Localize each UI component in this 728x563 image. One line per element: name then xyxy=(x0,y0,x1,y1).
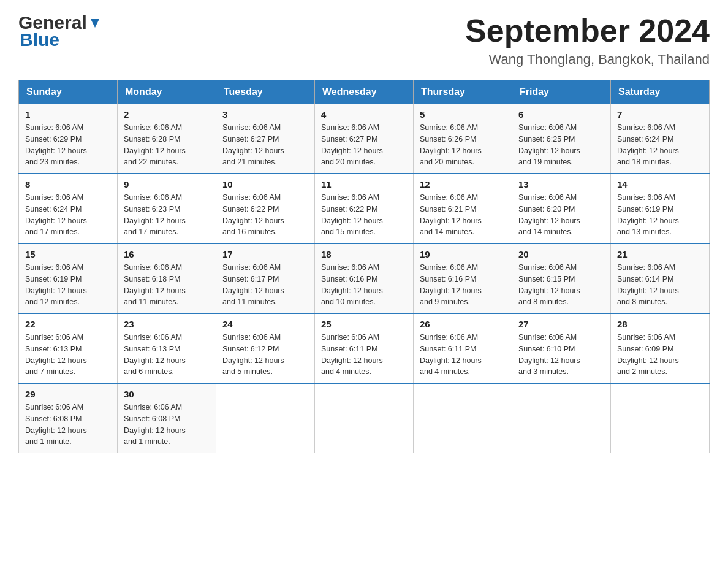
day-info: Sunrise: 6:06 AMSunset: 6:19 PMDaylight:… xyxy=(25,262,111,308)
table-cell: 10Sunrise: 6:06 AMSunset: 6:22 PMDayligh… xyxy=(216,174,315,243)
table-cell: 27Sunrise: 6:06 AMSunset: 6:10 PMDayligh… xyxy=(512,313,611,383)
day-info: Sunrise: 6:06 AMSunset: 6:22 PMDaylight:… xyxy=(321,192,407,238)
day-number: 1 xyxy=(25,109,111,120)
day-number: 15 xyxy=(25,249,111,259)
day-number: 21 xyxy=(617,249,703,259)
col-wednesday: Wednesday xyxy=(315,80,414,104)
table-cell: 7Sunrise: 6:06 AMSunset: 6:24 PMDaylight… xyxy=(611,104,710,174)
day-number: 19 xyxy=(420,249,506,259)
col-tuesday: Tuesday xyxy=(216,80,315,104)
svg-marker-0 xyxy=(91,19,99,28)
day-info: Sunrise: 6:06 AMSunset: 6:20 PMDaylight:… xyxy=(518,192,604,238)
table-cell xyxy=(216,383,315,453)
col-thursday: Thursday xyxy=(414,80,512,104)
table-cell: 16Sunrise: 6:06 AMSunset: 6:18 PMDayligh… xyxy=(118,243,216,313)
day-number: 7 xyxy=(617,109,703,120)
table-cell: 12Sunrise: 6:06 AMSunset: 6:21 PMDayligh… xyxy=(414,174,512,243)
calendar-week-5: 29Sunrise: 6:06 AMSunset: 6:08 PMDayligh… xyxy=(19,383,710,453)
day-number: 18 xyxy=(321,249,407,259)
table-cell xyxy=(611,383,710,453)
day-info: Sunrise: 6:06 AMSunset: 6:11 PMDaylight:… xyxy=(321,332,407,378)
table-cell: 18Sunrise: 6:06 AMSunset: 6:16 PMDayligh… xyxy=(315,243,414,313)
day-info: Sunrise: 6:06 AMSunset: 6:26 PMDaylight:… xyxy=(420,122,506,168)
day-info: Sunrise: 6:06 AMSunset: 6:17 PMDaylight:… xyxy=(222,262,308,308)
day-info: Sunrise: 6:06 AMSunset: 6:28 PMDaylight:… xyxy=(124,122,210,168)
table-cell: 8Sunrise: 6:06 AMSunset: 6:24 PMDaylight… xyxy=(19,174,118,243)
day-number: 28 xyxy=(617,319,703,329)
table-cell: 20Sunrise: 6:06 AMSunset: 6:15 PMDayligh… xyxy=(512,243,611,313)
day-info: Sunrise: 6:06 AMSunset: 6:08 PMDaylight:… xyxy=(124,402,210,448)
table-cell: 19Sunrise: 6:06 AMSunset: 6:16 PMDayligh… xyxy=(414,243,512,313)
day-number: 2 xyxy=(124,109,210,120)
table-cell: 23Sunrise: 6:06 AMSunset: 6:13 PMDayligh… xyxy=(118,313,216,383)
table-cell: 1Sunrise: 6:06 AMSunset: 6:29 PMDaylight… xyxy=(19,104,118,174)
day-number: 26 xyxy=(420,319,506,329)
day-number: 4 xyxy=(321,109,407,120)
col-monday: Monday xyxy=(118,80,216,104)
table-cell: 4Sunrise: 6:06 AMSunset: 6:27 PMDaylight… xyxy=(315,104,414,174)
day-number: 23 xyxy=(124,319,210,329)
day-number: 25 xyxy=(321,319,407,329)
table-cell: 13Sunrise: 6:06 AMSunset: 6:20 PMDayligh… xyxy=(512,174,611,243)
logo-blue-text: Blue xyxy=(20,29,59,50)
day-info: Sunrise: 6:06 AMSunset: 6:13 PMDaylight:… xyxy=(124,332,210,378)
day-info: Sunrise: 6:06 AMSunset: 6:27 PMDaylight:… xyxy=(321,122,407,168)
day-info: Sunrise: 6:06 AMSunset: 6:24 PMDaylight:… xyxy=(25,192,111,238)
day-info: Sunrise: 6:06 AMSunset: 6:11 PMDaylight:… xyxy=(420,332,506,378)
location-text: Wang Thonglang, Bangkok, Thailand xyxy=(465,52,710,67)
day-info: Sunrise: 6:06 AMSunset: 6:12 PMDaylight:… xyxy=(222,332,308,378)
calendar-header-row: Sunday Monday Tuesday Wednesday Thursday… xyxy=(19,80,710,104)
day-info: Sunrise: 6:06 AMSunset: 6:13 PMDaylight:… xyxy=(25,332,111,378)
day-number: 14 xyxy=(617,179,703,190)
logo-triangle-icon xyxy=(88,17,102,30)
day-number: 8 xyxy=(25,179,111,190)
table-cell: 26Sunrise: 6:06 AMSunset: 6:11 PMDayligh… xyxy=(414,313,512,383)
calendar-week-1: 1Sunrise: 6:06 AMSunset: 6:29 PMDaylight… xyxy=(19,104,710,174)
page-header: General Blue September 2024 Wang Thongla… xyxy=(18,12,710,67)
day-number: 27 xyxy=(518,319,604,329)
col-saturday: Saturday xyxy=(611,80,710,104)
table-cell: 22Sunrise: 6:06 AMSunset: 6:13 PMDayligh… xyxy=(19,313,118,383)
logo: General Blue xyxy=(18,12,102,50)
day-info: Sunrise: 6:06 AMSunset: 6:08 PMDaylight:… xyxy=(25,402,111,448)
day-info: Sunrise: 6:06 AMSunset: 6:27 PMDaylight:… xyxy=(222,122,308,168)
table-cell: 21Sunrise: 6:06 AMSunset: 6:14 PMDayligh… xyxy=(611,243,710,313)
day-number: 22 xyxy=(25,319,111,329)
day-number: 29 xyxy=(25,389,111,399)
table-cell: 6Sunrise: 6:06 AMSunset: 6:25 PMDaylight… xyxy=(512,104,611,174)
day-info: Sunrise: 6:06 AMSunset: 6:29 PMDaylight:… xyxy=(25,122,111,168)
calendar-table: Sunday Monday Tuesday Wednesday Thursday… xyxy=(18,80,710,453)
day-info: Sunrise: 6:06 AMSunset: 6:22 PMDaylight:… xyxy=(222,192,308,238)
day-number: 10 xyxy=(222,179,308,190)
table-cell: 29Sunrise: 6:06 AMSunset: 6:08 PMDayligh… xyxy=(19,383,118,453)
table-cell: 15Sunrise: 6:06 AMSunset: 6:19 PMDayligh… xyxy=(19,243,118,313)
table-cell xyxy=(512,383,611,453)
day-info: Sunrise: 6:06 AMSunset: 6:10 PMDaylight:… xyxy=(518,332,604,378)
table-cell: 9Sunrise: 6:06 AMSunset: 6:23 PMDaylight… xyxy=(118,174,216,243)
day-info: Sunrise: 6:06 AMSunset: 6:16 PMDaylight:… xyxy=(321,262,407,308)
col-sunday: Sunday xyxy=(19,80,118,104)
calendar-week-4: 22Sunrise: 6:06 AMSunset: 6:13 PMDayligh… xyxy=(19,313,710,383)
day-number: 16 xyxy=(124,249,210,259)
day-number: 3 xyxy=(222,109,308,120)
day-info: Sunrise: 6:06 AMSunset: 6:25 PMDaylight:… xyxy=(518,122,604,168)
day-info: Sunrise: 6:06 AMSunset: 6:14 PMDaylight:… xyxy=(617,262,703,308)
calendar-week-3: 15Sunrise: 6:06 AMSunset: 6:19 PMDayligh… xyxy=(19,243,710,313)
day-info: Sunrise: 6:06 AMSunset: 6:24 PMDaylight:… xyxy=(617,122,703,168)
day-number: 17 xyxy=(222,249,308,259)
day-info: Sunrise: 6:06 AMSunset: 6:09 PMDaylight:… xyxy=(617,332,703,378)
day-info: Sunrise: 6:06 AMSunset: 6:18 PMDaylight:… xyxy=(124,262,210,308)
day-info: Sunrise: 6:06 AMSunset: 6:16 PMDaylight:… xyxy=(420,262,506,308)
day-number: 24 xyxy=(222,319,308,329)
day-number: 5 xyxy=(420,109,506,120)
table-cell: 17Sunrise: 6:06 AMSunset: 6:17 PMDayligh… xyxy=(216,243,315,313)
day-number: 13 xyxy=(518,179,604,190)
month-title: September 2024 xyxy=(465,12,710,49)
table-cell: 28Sunrise: 6:06 AMSunset: 6:09 PMDayligh… xyxy=(611,313,710,383)
day-info: Sunrise: 6:06 AMSunset: 6:19 PMDaylight:… xyxy=(617,192,703,238)
day-number: 11 xyxy=(321,179,407,190)
table-cell: 11Sunrise: 6:06 AMSunset: 6:22 PMDayligh… xyxy=(315,174,414,243)
day-info: Sunrise: 6:06 AMSunset: 6:23 PMDaylight:… xyxy=(124,192,210,238)
day-number: 20 xyxy=(518,249,604,259)
table-cell: 14Sunrise: 6:06 AMSunset: 6:19 PMDayligh… xyxy=(611,174,710,243)
